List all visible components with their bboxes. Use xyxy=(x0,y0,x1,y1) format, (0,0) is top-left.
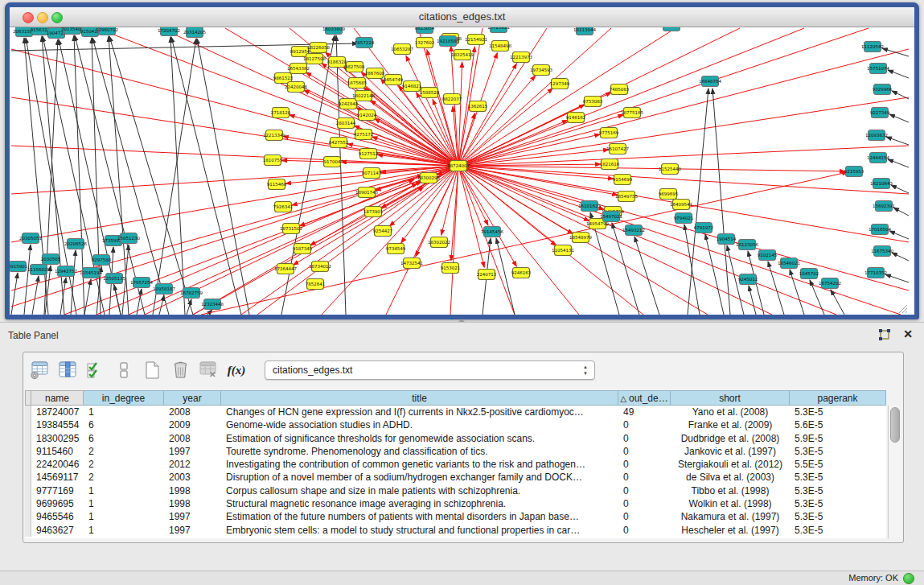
graph-node[interactable] xyxy=(440,36,457,47)
graph-node[interactable] xyxy=(718,234,735,245)
graph-node[interactable] xyxy=(99,27,116,35)
graph-node[interactable] xyxy=(265,155,281,166)
graph-node[interactable] xyxy=(603,212,620,222)
graph-node[interactable] xyxy=(269,179,285,190)
graph-node[interactable] xyxy=(375,226,392,237)
graph-node[interactable] xyxy=(421,173,437,183)
graph-node[interactable] xyxy=(161,27,178,36)
graph-node[interactable] xyxy=(573,233,589,243)
graph-node[interactable] xyxy=(310,43,327,53)
graph-node[interactable] xyxy=(872,108,889,118)
graph-node[interactable] xyxy=(273,108,290,118)
graph-node[interactable] xyxy=(822,278,839,289)
table-vertical-scrollbar[interactable] xyxy=(888,406,901,538)
graph-node[interactable] xyxy=(277,264,294,274)
graph-node[interactable] xyxy=(872,225,889,235)
graph-node[interactable] xyxy=(870,64,887,74)
graph-node[interactable] xyxy=(676,213,692,224)
graph-node[interactable] xyxy=(359,110,376,121)
create-column-button[interactable] xyxy=(140,358,164,382)
graph-node[interactable] xyxy=(611,84,628,95)
graph-node[interactable] xyxy=(23,233,39,244)
graph-node[interactable] xyxy=(329,57,346,68)
graph-node[interactable] xyxy=(610,144,626,154)
graph-node[interactable] xyxy=(156,284,173,295)
table-row[interactable]: 1938455462009Genome-wide association stu… xyxy=(25,418,886,431)
graph-node[interactable] xyxy=(869,130,885,141)
graph-node[interactable] xyxy=(326,27,343,35)
graph-node[interactable] xyxy=(106,274,123,284)
column-header-short[interactable]: short xyxy=(671,390,790,406)
graph-node[interactable] xyxy=(82,27,99,37)
graph-node[interactable] xyxy=(874,246,891,257)
table-row[interactable]: 1830029562008Estimation of significance … xyxy=(25,432,886,445)
graph-node[interactable] xyxy=(781,258,798,269)
window-titlebar[interactable]: citations_edges.txt xyxy=(10,7,914,27)
graph-node[interactable] xyxy=(121,233,138,244)
table-row[interactable]: 977716911998Corpus callosum shape and si… xyxy=(25,484,886,497)
graph-node[interactable] xyxy=(478,270,495,280)
graph-node[interactable] xyxy=(417,27,433,34)
graph-node[interactable] xyxy=(417,38,433,48)
graph-node[interactable] xyxy=(444,94,461,105)
graph-node[interactable] xyxy=(266,130,283,141)
graph-node[interactable] xyxy=(846,167,863,177)
column-header-pagerank[interactable]: pagerank xyxy=(790,390,886,406)
graph-node[interactable] xyxy=(702,76,719,87)
graph-node[interactable] xyxy=(356,38,373,48)
graph-node[interactable] xyxy=(16,27,33,37)
graph-node[interactable] xyxy=(312,262,329,272)
graph-node[interactable] xyxy=(349,78,366,89)
graph-node[interactable] xyxy=(307,279,324,290)
graph-node[interactable] xyxy=(513,52,530,63)
graph-node[interactable] xyxy=(340,99,357,109)
graph-node[interactable] xyxy=(552,79,569,89)
function-builder-button[interactable]: f(x) xyxy=(224,358,248,382)
graph-node[interactable] xyxy=(204,299,221,310)
network-canvas[interactable]: 1872400798615238912954182260581812750816… xyxy=(10,27,914,315)
graph-node[interactable] xyxy=(868,268,885,278)
graph-node[interactable] xyxy=(355,130,372,140)
graph-node[interactable] xyxy=(388,244,405,254)
graph-node[interactable] xyxy=(873,179,890,189)
graph-node[interactable] xyxy=(331,138,347,148)
selected-rows-button[interactable] xyxy=(84,358,108,382)
graph-node[interactable] xyxy=(133,278,150,288)
table-mode-button[interactable] xyxy=(27,358,51,382)
graph-node[interactable] xyxy=(555,245,572,256)
row-layout-button[interactable] xyxy=(112,358,136,382)
table-row[interactable]: 969969511998Structural magnetic resonanc… xyxy=(25,497,886,510)
graph-node[interactable] xyxy=(394,44,411,55)
graph-node[interactable] xyxy=(10,262,27,272)
graph-node[interactable] xyxy=(421,88,438,98)
table-row[interactable]: 2242004622012Investigating the contribut… xyxy=(25,458,886,471)
close-panel-icon[interactable]: ✕ xyxy=(903,328,913,340)
graph-node[interactable] xyxy=(306,54,323,64)
graph-node[interactable] xyxy=(513,268,530,278)
minimize-window-button[interactable] xyxy=(37,12,48,23)
graph-node[interactable] xyxy=(568,113,585,123)
graph-node[interactable] xyxy=(801,269,818,279)
graph-node[interactable] xyxy=(359,187,376,198)
graph-node[interactable] xyxy=(365,207,382,217)
memory-status-indicator[interactable] xyxy=(903,573,914,584)
column-header-out_degree[interactable]: △out_de… xyxy=(618,390,671,406)
graph-node[interactable] xyxy=(626,225,643,236)
scrollbar-thumb[interactable] xyxy=(890,407,900,443)
graph-node[interactable] xyxy=(431,237,448,248)
graph-node[interactable] xyxy=(454,50,471,60)
graph-node[interactable] xyxy=(183,288,200,299)
graph-node[interactable] xyxy=(355,91,372,101)
graph-node[interactable] xyxy=(360,149,377,159)
graph-node[interactable] xyxy=(739,240,756,250)
graph-node[interactable] xyxy=(404,258,421,269)
graph-node[interactable] xyxy=(288,82,305,93)
graph-node[interactable] xyxy=(442,263,459,274)
graph-node[interactable] xyxy=(533,65,550,76)
graph-node[interactable] xyxy=(864,42,881,52)
graph-node[interactable] xyxy=(660,189,677,200)
graph-node[interactable] xyxy=(31,265,47,275)
graph-node[interactable] xyxy=(404,81,421,92)
close-window-button[interactable] xyxy=(23,12,34,23)
table-row[interactable]: 911546021997Tourette syndrome. Phenomeno… xyxy=(25,445,886,458)
